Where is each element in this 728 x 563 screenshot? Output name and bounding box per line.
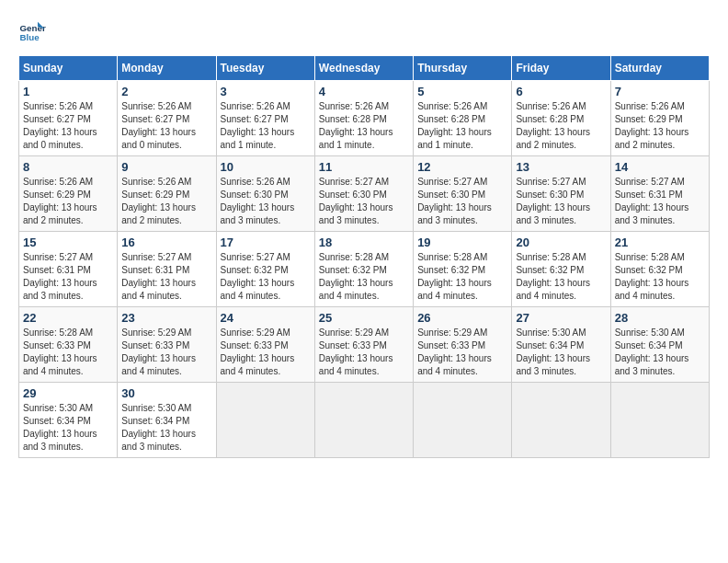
day-number: 10: [221, 160, 311, 174]
day-info: Sunrise: 5:30 AM Sunset: 6:34 PM Dayligh…: [23, 402, 113, 454]
day-number: 11: [319, 160, 409, 174]
calendar-cell: 27Sunrise: 5:30 AM Sunset: 6:34 PM Dayli…: [512, 307, 610, 383]
day-info: Sunrise: 5:26 AM Sunset: 6:27 PM Dayligh…: [221, 100, 311, 152]
svg-text:Blue: Blue: [20, 32, 40, 42]
calendar-week-3: 15Sunrise: 5:27 AM Sunset: 6:31 PM Dayli…: [19, 232, 710, 307]
day-info: Sunrise: 5:27 AM Sunset: 6:32 PM Dayligh…: [221, 251, 311, 303]
calendar-week-1: 1Sunrise: 5:26 AM Sunset: 6:27 PM Daylig…: [19, 81, 710, 156]
day-info: Sunrise: 5:30 AM Sunset: 6:34 PM Dayligh…: [516, 327, 606, 378]
day-number: 3: [221, 85, 311, 98]
day-number: 30: [121, 386, 211, 400]
day-info: Sunrise: 5:26 AM Sunset: 6:29 PM Dayligh…: [23, 176, 113, 227]
calendar-cell: 13Sunrise: 5:27 AM Sunset: 6:30 PM Dayli…: [512, 156, 610, 232]
day-number: 5: [417, 85, 507, 98]
day-info: Sunrise: 5:26 AM Sunset: 6:28 PM Dayligh…: [417, 100, 507, 152]
day-number: 4: [319, 85, 409, 98]
header-wednesday: Wednesday: [314, 56, 413, 81]
calendar-cell: 15Sunrise: 5:27 AM Sunset: 6:31 PM Dayli…: [19, 232, 118, 307]
header-saturday: Saturday: [610, 56, 709, 81]
day-number: 29: [23, 386, 113, 400]
calendar-week-5: 29Sunrise: 5:30 AM Sunset: 6:34 PM Dayli…: [19, 383, 710, 458]
day-info: Sunrise: 5:27 AM Sunset: 6:31 PM Dayligh…: [615, 176, 705, 227]
day-info: Sunrise: 5:26 AM Sunset: 6:29 PM Dayligh…: [121, 176, 211, 227]
header-thursday: Thursday: [414, 56, 512, 81]
calendar-week-2: 8Sunrise: 5:26 AM Sunset: 6:29 PM Daylig…: [19, 156, 710, 232]
calendar-cell: 30Sunrise: 5:30 AM Sunset: 6:34 PM Dayli…: [118, 383, 216, 458]
day-number: 24: [221, 311, 311, 325]
header-friday: Friday: [512, 56, 610, 81]
day-info: Sunrise: 5:28 AM Sunset: 6:32 PM Dayligh…: [319, 251, 409, 303]
calendar-cell: 18Sunrise: 5:28 AM Sunset: 6:32 PM Dayli…: [314, 232, 413, 307]
day-info: Sunrise: 5:26 AM Sunset: 6:29 PM Dayligh…: [615, 100, 705, 152]
day-number: 23: [121, 311, 211, 325]
day-number: 1: [23, 85, 113, 98]
day-info: Sunrise: 5:27 AM Sunset: 6:31 PM Dayligh…: [121, 251, 211, 303]
day-number: 27: [516, 311, 606, 325]
calendar-cell: 16Sunrise: 5:27 AM Sunset: 6:31 PM Dayli…: [118, 232, 216, 307]
calendar-cell: 25Sunrise: 5:29 AM Sunset: 6:33 PM Dayli…: [314, 307, 413, 383]
day-number: 16: [121, 236, 211, 249]
calendar-cell: 17Sunrise: 5:27 AM Sunset: 6:32 PM Dayli…: [216, 232, 314, 307]
calendar-cell: 21Sunrise: 5:28 AM Sunset: 6:32 PM Dayli…: [610, 232, 709, 307]
day-number: 6: [516, 85, 606, 98]
header-tuesday: Tuesday: [216, 56, 314, 81]
day-number: 25: [319, 311, 409, 325]
calendar-cell: 19Sunrise: 5:28 AM Sunset: 6:32 PM Dayli…: [414, 232, 512, 307]
day-number: 8: [23, 160, 113, 174]
day-number: 13: [516, 160, 606, 174]
calendar-cell: 14Sunrise: 5:27 AM Sunset: 6:31 PM Dayli…: [610, 156, 709, 232]
calendar-cell: 4Sunrise: 5:26 AM Sunset: 6:28 PM Daylig…: [314, 81, 413, 156]
logo-icon: General Blue: [18, 18, 46, 46]
day-info: Sunrise: 5:28 AM Sunset: 6:32 PM Dayligh…: [516, 251, 606, 303]
day-number: 21: [615, 236, 705, 249]
calendar-cell: 12Sunrise: 5:27 AM Sunset: 6:30 PM Dayli…: [414, 156, 512, 232]
day-number: 17: [221, 236, 311, 249]
calendar-cell: [216, 383, 314, 458]
calendar-cell: 22Sunrise: 5:28 AM Sunset: 6:33 PM Dayli…: [19, 307, 118, 383]
calendar-cell: 7Sunrise: 5:26 AM Sunset: 6:29 PM Daylig…: [610, 81, 709, 156]
calendar-cell: 9Sunrise: 5:26 AM Sunset: 6:29 PM Daylig…: [118, 156, 216, 232]
logo: General Blue: [18, 18, 50, 46]
day-info: Sunrise: 5:29 AM Sunset: 6:33 PM Dayligh…: [319, 327, 409, 378]
calendar-cell: 26Sunrise: 5:29 AM Sunset: 6:33 PM Dayli…: [414, 307, 512, 383]
day-number: 26: [417, 311, 507, 325]
calendar-cell: 11Sunrise: 5:27 AM Sunset: 6:30 PM Dayli…: [314, 156, 413, 232]
day-number: 18: [319, 236, 409, 249]
calendar-cell: 20Sunrise: 5:28 AM Sunset: 6:32 PM Dayli…: [512, 232, 610, 307]
calendar-cell: 8Sunrise: 5:26 AM Sunset: 6:29 PM Daylig…: [19, 156, 118, 232]
calendar-cell: 29Sunrise: 5:30 AM Sunset: 6:34 PM Dayli…: [19, 383, 118, 458]
calendar-cell: 3Sunrise: 5:26 AM Sunset: 6:27 PM Daylig…: [216, 81, 314, 156]
calendar-cell: 23Sunrise: 5:29 AM Sunset: 6:33 PM Dayli…: [118, 307, 216, 383]
day-number: 22: [23, 311, 113, 325]
calendar-header-row: SundayMondayTuesdayWednesdayThursdayFrid…: [19, 56, 710, 81]
day-number: 14: [615, 160, 705, 174]
header-sunday: Sunday: [19, 56, 118, 81]
header-monday: Monday: [118, 56, 216, 81]
day-number: 2: [121, 85, 211, 98]
day-info: Sunrise: 5:26 AM Sunset: 6:28 PM Dayligh…: [319, 100, 409, 152]
calendar-cell: 5Sunrise: 5:26 AM Sunset: 6:28 PM Daylig…: [414, 81, 512, 156]
day-number: 28: [615, 311, 705, 325]
calendar-cell: 1Sunrise: 5:26 AM Sunset: 6:27 PM Daylig…: [19, 81, 118, 156]
calendar-cell: 10Sunrise: 5:26 AM Sunset: 6:30 PM Dayli…: [216, 156, 314, 232]
day-info: Sunrise: 5:26 AM Sunset: 6:28 PM Dayligh…: [516, 100, 606, 152]
day-number: 20: [516, 236, 606, 249]
day-info: Sunrise: 5:28 AM Sunset: 6:32 PM Dayligh…: [417, 251, 507, 303]
page-header: General Blue: [18, 18, 710, 46]
day-info: Sunrise: 5:27 AM Sunset: 6:31 PM Dayligh…: [23, 251, 113, 303]
day-number: 9: [121, 160, 211, 174]
calendar-cell: [512, 383, 610, 458]
day-info: Sunrise: 5:29 AM Sunset: 6:33 PM Dayligh…: [121, 327, 211, 378]
day-info: Sunrise: 5:27 AM Sunset: 6:30 PM Dayligh…: [319, 176, 409, 227]
calendar-cell: 2Sunrise: 5:26 AM Sunset: 6:27 PM Daylig…: [118, 81, 216, 156]
calendar-week-4: 22Sunrise: 5:28 AM Sunset: 6:33 PM Dayli…: [19, 307, 710, 383]
day-info: Sunrise: 5:26 AM Sunset: 6:30 PM Dayligh…: [221, 176, 311, 227]
day-info: Sunrise: 5:28 AM Sunset: 6:33 PM Dayligh…: [23, 327, 113, 378]
day-info: Sunrise: 5:30 AM Sunset: 6:34 PM Dayligh…: [615, 327, 705, 378]
day-number: 15: [23, 236, 113, 249]
calendar-table: SundayMondayTuesdayWednesdayThursdayFrid…: [18, 55, 710, 458]
day-number: 19: [417, 236, 507, 249]
day-number: 7: [615, 85, 705, 98]
calendar-cell: [314, 383, 413, 458]
day-info: Sunrise: 5:29 AM Sunset: 6:33 PM Dayligh…: [221, 327, 311, 378]
